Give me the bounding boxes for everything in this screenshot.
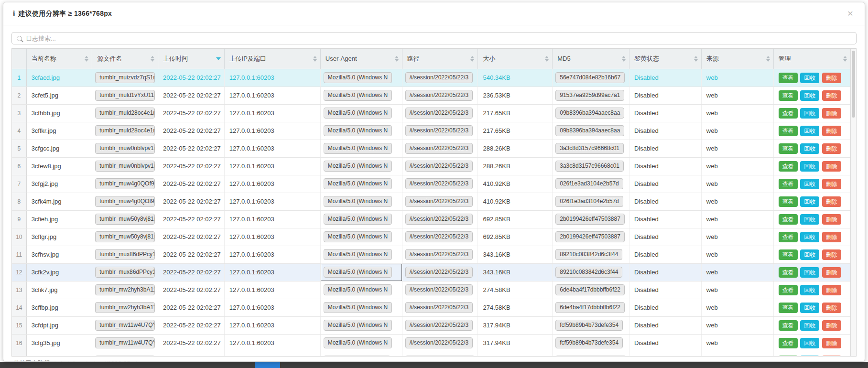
path-badge[interactable]: /i/session/2022/05/22/3 — [405, 302, 473, 313]
table-row[interactable]: 查看 回收 删除 — [12, 352, 850, 357]
table-row[interactable]: 12 3cfk2v.jpg tumblr_mux86dPPcy1r 2022-0… — [12, 263, 850, 281]
delete-button[interactable]: 删除 — [822, 320, 841, 331]
sort-icon[interactable] — [694, 56, 698, 62]
source-file-badge[interactable]: tumblr_muw4g0QOf91r — [95, 178, 155, 189]
column-header-name[interactable]: 当前名称 — [26, 49, 92, 69]
path-badge[interactable]: /i/session/2022/05/22/3 — [405, 337, 473, 348]
source-file-badge[interactable]: tumblr_muw50y8vj81r2 — [95, 231, 155, 242]
sort-icon[interactable] — [843, 56, 847, 62]
user-agent-badge[interactable]: Mozilla/5.0 (Windows N — [324, 161, 392, 172]
md5-badge[interactable]: 026f1e3ad3104e2b57d — [555, 178, 623, 189]
source-file-badge[interactable]: tumblr_muld28oc4e1r2 — [95, 125, 155, 136]
delete-button[interactable]: 删除 — [822, 196, 841, 207]
delete-button[interactable]: 删除 — [822, 267, 841, 278]
md5-badge[interactable]: 3a3c8d3157c96668c01 — [555, 161, 624, 172]
recycle-button[interactable]: 回收 — [800, 285, 819, 295]
view-button[interactable]: 查看 — [779, 108, 798, 119]
recycle-button[interactable]: 回收 — [800, 303, 819, 313]
path-badge[interactable]: /i/session/2022/05/22/3 — [405, 178, 473, 189]
table-row[interactable]: 15 3cfdpt.jpg tumblr_mw11w4U7QY1 2022-05… — [12, 316, 850, 334]
md5-badge[interactable]: 09b8396ba394aaec8aa — [555, 125, 624, 136]
path-badge[interactable]: /i/session/2022/05/22/3 — [405, 267, 473, 278]
recycle-button[interactable]: 回收 — [800, 267, 819, 278]
recycle-button[interactable]: 回收 — [800, 126, 819, 136]
user-agent-badge[interactable]: Mozilla/5.0 (Windows N — [324, 337, 392, 348]
sort-icon[interactable] — [395, 56, 399, 62]
sort-icon[interactable] — [470, 56, 474, 62]
user-agent-badge[interactable]: Mozilla/5.0 (Windows N — [324, 267, 392, 278]
md5-badge[interactable]: fcf59b89b4b73defe354 — [555, 337, 623, 348]
view-button[interactable]: 查看 — [779, 338, 798, 348]
md5-badge[interactable]: 89210c083842d6c3f44 — [555, 267, 622, 278]
table-row[interactable]: 4 3cffkr.jpg tumblr_muld28oc4e1r2 2022-0… — [12, 122, 850, 140]
view-button[interactable]: 查看 — [779, 90, 798, 101]
view-button[interactable]: 查看 — [779, 214, 798, 225]
path-badge[interactable]: /i/session/2022/05/22/3 — [405, 72, 473, 83]
source-file-badge[interactable]: tumblr_mw2hyh3bA11r — [95, 302, 155, 313]
delete-button[interactable]: 删除 — [822, 143, 841, 154]
search-input[interactable] — [26, 35, 851, 42]
delete-button[interactable]: 删除 — [822, 232, 841, 242]
recycle-button[interactable]: 回收 — [800, 73, 819, 83]
view-button[interactable]: 查看 — [779, 161, 798, 172]
delete-button[interactable]: 删除 — [822, 179, 841, 189]
user-agent-badge[interactable]: Mozilla/5.0 (Windows N — [324, 125, 392, 136]
column-header-source[interactable]: 源文件名 — [92, 49, 158, 69]
user-agent-badge[interactable]: Mozilla/5.0 (Windows N — [324, 302, 392, 313]
source-file-badge[interactable]: tumblr_muw4g0QOf91r — [95, 196, 155, 207]
table-row[interactable]: 14 3cffbp.jpg tumblr_mw2hyh3bA11r 2022-0… — [12, 299, 850, 316]
table-row[interactable]: 11 3cfhsv.jpg tumblr_mux86dPPcy1r 2022-0… — [12, 246, 850, 263]
recycle-button[interactable]: 回收 — [800, 232, 819, 242]
sort-icon[interactable] — [766, 56, 770, 62]
md5-badge[interactable]: 2b0199426eff47503887 — [555, 231, 625, 242]
table-row[interactable]: 3 3cfhbb.jpg tumblr_muld28oc4e1r2 2022-0… — [12, 104, 850, 122]
recycle-button[interactable]: 回收 — [800, 320, 819, 331]
delete-button[interactable]: 删除 — [822, 161, 841, 172]
table-scrollbar[interactable] — [850, 49, 856, 356]
source-file-badge[interactable]: tumblr_mw11w4U7QY1 — [95, 320, 155, 331]
table-row[interactable]: 9 3cfieh.jpg tumblr_muw50y8vj81r2 2022-0… — [12, 210, 850, 228]
column-header-size[interactable]: 大小 — [478, 49, 553, 69]
recycle-button[interactable]: 回收 — [800, 338, 819, 348]
delete-button[interactable]: 删除 — [822, 285, 841, 295]
md5-badge[interactable]: 2b0199426eff47503887 — [555, 214, 625, 225]
path-badge[interactable]: /i/session/2022/05/22/3 — [405, 125, 473, 136]
column-header-status[interactable]: 鉴黄状态 — [629, 49, 702, 69]
scrollbar-thumb[interactable] — [852, 51, 855, 118]
column-header-manage[interactable]: 管理 — [773, 49, 850, 69]
view-button[interactable]: 查看 — [779, 232, 798, 242]
user-agent-badge[interactable]: Mozilla/5.0 (Windows N — [324, 214, 392, 225]
source-file-badge[interactable]: tumblr_mux86dPPcy1r — [95, 267, 155, 278]
path-badge[interactable]: /i/session/2022/05/22/3 — [405, 284, 473, 295]
user-agent-badge[interactable]: Mozilla/5.0 (Windows N — [324, 249, 392, 260]
recycle-button[interactable]: 回收 — [800, 196, 819, 207]
column-header-ip[interactable]: 上传IP及端口 — [224, 49, 320, 69]
delete-button[interactable]: 删除 — [822, 303, 841, 313]
sort-icon[interactable] — [151, 56, 154, 62]
source-file-badge[interactable]: tumblr_muw0nblvpv1r2 — [95, 161, 155, 172]
user-agent-badge[interactable]: Mozilla/5.0 (Windows N — [324, 90, 392, 101]
table-row[interactable]: 10 3cffgr.jpg tumblr_muw50y8vj81r2 2022-… — [12, 228, 850, 246]
md5-badge[interactable]: 89210c083842d6c3f44 — [555, 249, 622, 260]
md5-badge[interactable]: 3a3c8d3157c96668c01 — [555, 143, 624, 154]
sort-icon[interactable] — [313, 56, 317, 62]
recycle-button[interactable]: 回收 — [800, 108, 819, 119]
table-row[interactable]: 6 3cfew8.jpg tumblr_muw0nblvpv1r2 2022-0… — [12, 157, 850, 175]
delete-button[interactable]: 删除 — [822, 214, 841, 225]
source-file-badge[interactable]: tumblr_mux86dPPcy1r — [95, 249, 155, 260]
column-header-path[interactable]: 路径 — [402, 49, 478, 69]
source-file-badge[interactable]: tumblr_muizvdz7qS1r2 — [95, 72, 155, 83]
recycle-button[interactable]: 回收 — [800, 179, 819, 189]
view-button[interactable]: 查看 — [779, 143, 798, 154]
source-file-badge[interactable]: tumblr_mw2hyh3bA11r — [95, 284, 155, 295]
view-button[interactable]: 查看 — [779, 126, 798, 136]
path-badge[interactable]: /i/session/2022/05/22/3 — [405, 143, 473, 154]
sort-icon[interactable] — [545, 56, 549, 62]
table-row[interactable]: 2 3cfet5.jpg tumblr_muld1vYxU11r2 2022-0… — [12, 87, 850, 104]
sort-desc-icon[interactable] — [216, 57, 221, 60]
delete-button[interactable]: 删除 — [822, 338, 841, 348]
sort-icon[interactable] — [622, 56, 626, 62]
path-badge[interactable]: /i/session/2022/05/22/3 — [405, 90, 473, 101]
user-agent-badge[interactable]: Mozilla/5.0 (Windows N — [324, 178, 392, 189]
view-button[interactable]: 查看 — [779, 179, 798, 189]
